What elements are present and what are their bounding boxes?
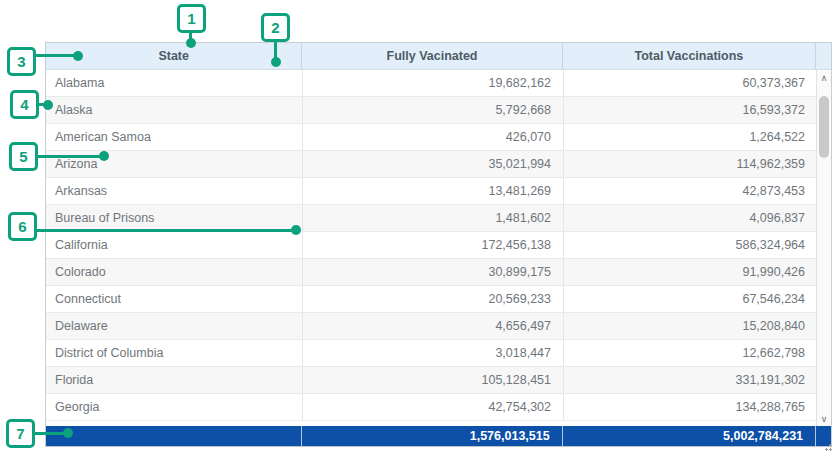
table-row[interactable]: California172,456,138586,324,964 [46, 232, 831, 259]
cell-total-vaccinations: 1,264,522 [564, 124, 818, 150]
callout-6-connector [36, 229, 296, 232]
totals-filler [816, 426, 831, 446]
cell-fully-vaccinated: 426,070 [303, 124, 564, 150]
cell-total-vaccinations: 134,288,765 [564, 394, 818, 420]
cell-total-vaccinations: 42,873,453 [564, 178, 818, 204]
vaccination-list-table: State Fully Vacinated Total Vaccinations… [45, 42, 832, 447]
callout-1-dot [186, 38, 196, 48]
callout-6-dot [291, 225, 301, 235]
callout-6-label: 6 [18, 218, 26, 235]
cell-state: Alabama [46, 70, 303, 96]
cell-total-vaccinations: 4,096,837 [564, 205, 818, 231]
callout-5-connector [37, 155, 104, 158]
cell-fully-vaccinated: 4,656,497 [303, 313, 564, 339]
callout-2: 2 [261, 13, 290, 42]
scroll-up-button[interactable]: ∧ [817, 70, 831, 86]
cell-state: Arkansas [46, 178, 303, 204]
cell-fully-vaccinated: 30,899,175 [303, 259, 564, 285]
header-filler [816, 43, 831, 69]
totals-cell-total-vaccinations: 5,002,784,231 [563, 426, 816, 446]
cell-fully-vaccinated: 13,481,269 [303, 178, 564, 204]
cell-state: Connecticut [46, 286, 303, 312]
scroll-down-button[interactable]: ∨ [817, 411, 831, 427]
cell-fully-vaccinated: 20,569,233 [303, 286, 564, 312]
cell-total-vaccinations: 16,593,372 [564, 97, 818, 123]
table-row[interactable]: Colorado30,899,17591,990,426 [46, 259, 831, 286]
cell-fully-vaccinated: 42,754,302 [303, 394, 564, 420]
callout-2-label: 2 [271, 19, 279, 36]
table-row[interactable]: District of Columbia3,018,44712,662,798 [46, 340, 831, 367]
table-row[interactable]: Arizona35,021,994114,962,359 [46, 151, 831, 178]
cell-state: District of Columbia [46, 340, 303, 366]
screenshot-page: State Fully Vacinated Total Vaccinations… [0, 0, 833, 453]
table-row[interactable]: Bureau of Prisons1,481,6024,096,837 [46, 205, 831, 232]
cell-total-vaccinations: 12,662,798 [564, 340, 818, 366]
vertical-scrollbar[interactable]: ∧ ∨ [816, 70, 831, 427]
cell-fully-vaccinated: 5,792,668 [303, 97, 564, 123]
cell-state: Florida [46, 367, 303, 393]
cell-fully-vaccinated: 3,018,447 [303, 340, 564, 366]
callout-5-dot [99, 151, 109, 161]
cell-total-vaccinations: 91,990,426 [564, 259, 818, 285]
column-header-fully-vaccinated[interactable]: Fully Vacinated [302, 43, 562, 69]
callout-5-label: 5 [19, 148, 27, 165]
table-row[interactable]: Connecticut20,569,23367,546,234 [46, 286, 831, 313]
column-header-state[interactable]: State [46, 43, 302, 69]
callout-4-label: 4 [20, 96, 28, 113]
table-body: Alabama19,682,16260,373,367Alaska5,792,6… [46, 70, 831, 427]
cell-fully-vaccinated: 19,682,162 [303, 70, 564, 96]
callout-7-label: 7 [16, 425, 24, 442]
table-row[interactable]: Alaska5,792,66816,593,372 [46, 97, 831, 124]
totals-cell-state [46, 426, 302, 446]
cell-state: Colorado [46, 259, 303, 285]
cell-total-vaccinations: 114,962,359 [564, 151, 818, 177]
cell-state: American Samoa [46, 124, 303, 150]
callout-6: 6 [8, 212, 37, 241]
cell-fully-vaccinated: 1,481,602 [303, 205, 564, 231]
callout-5: 5 [9, 142, 38, 171]
cell-state: Alaska [46, 97, 303, 123]
table-row[interactable]: Florida105,128,451331,191,302 [46, 367, 831, 394]
cell-fully-vaccinated: 105,128,451 [303, 367, 564, 393]
totals-row: 1,576,013,515 5,002,784,231 [46, 426, 831, 447]
cell-state: Bureau of Prisons [46, 205, 303, 231]
callout-3-dot [73, 51, 83, 61]
callout-7-dot [63, 428, 73, 438]
callout-7: 7 [6, 419, 35, 448]
table-header-row: State Fully Vacinated Total Vaccinations [46, 43, 831, 70]
cell-fully-vaccinated: 35,021,994 [303, 151, 564, 177]
cell-state: Delaware [46, 313, 303, 339]
callout-1-label: 1 [187, 10, 195, 27]
cell-total-vaccinations: 331,191,302 [564, 367, 818, 393]
cell-state: Georgia [46, 394, 303, 420]
cell-total-vaccinations: 60,373,367 [564, 70, 818, 96]
cell-fully-vaccinated: 172,456,138 [303, 232, 564, 258]
callout-4: 4 [10, 90, 39, 119]
cell-total-vaccinations: 15,208,840 [564, 313, 818, 339]
callout-3: 3 [7, 47, 36, 76]
cell-total-vaccinations: 67,546,234 [564, 286, 818, 312]
table-row[interactable]: Arkansas13,481,26942,873,453 [46, 178, 831, 205]
table-row[interactable]: Georgia42,754,302134,288,765 [46, 394, 831, 421]
table-row[interactable]: American Samoa426,0701,264,522 [46, 124, 831, 151]
callout-4-dot [43, 100, 53, 110]
cell-total-vaccinations: 586,324,964 [564, 232, 818, 258]
callout-1: 1 [177, 4, 206, 33]
callout-3-label: 3 [17, 53, 25, 70]
callout-2-dot [271, 57, 281, 67]
table-row[interactable]: Alabama19,682,16260,373,367 [46, 70, 831, 97]
cell-state: California [46, 232, 303, 258]
resize-grip-icon[interactable] [825, 444, 832, 451]
table-row[interactable]: Delaware4,656,49715,208,840 [46, 313, 831, 340]
scrollbar-thumb[interactable] [819, 96, 829, 158]
column-header-total-vaccinations[interactable]: Total Vaccinations [563, 43, 816, 69]
callout-3-connector [36, 54, 78, 57]
totals-cell-fully-vaccinated: 1,576,013,515 [302, 426, 562, 446]
